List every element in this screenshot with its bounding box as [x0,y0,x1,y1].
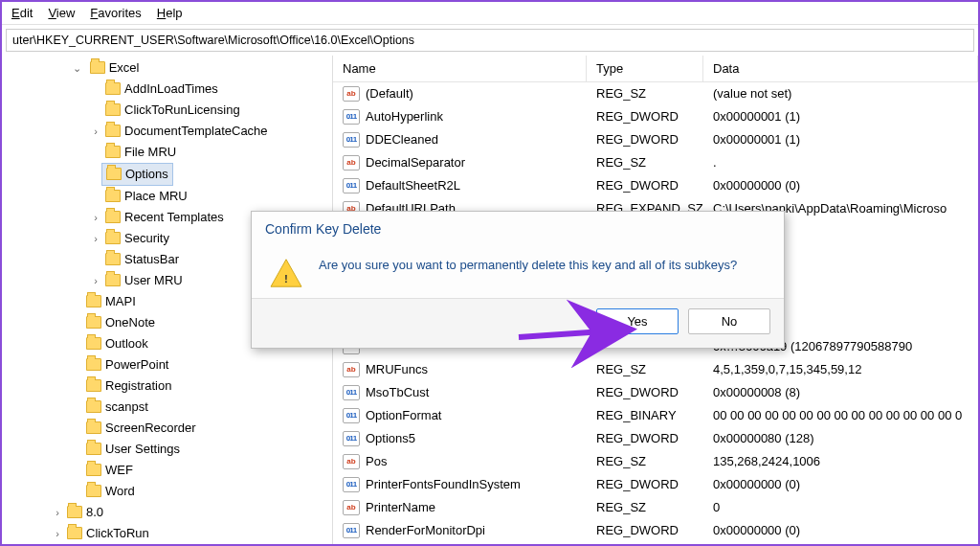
value-row[interactable]: 011OptionFormatREG_BINARY00 00 00 00 00 … [333,404,978,427]
folder-icon [105,146,121,158]
tree-item[interactable]: scanpst [71,397,332,418]
folder-icon [86,316,101,329]
tree-item[interactable]: ClickToRunLicensing [90,100,332,121]
folder-icon [86,485,101,497]
value-row[interactable]: abDecimalSeparatorREG_SZ. [333,151,978,174]
menu-view[interactable]: View [48,6,75,20]
header-name[interactable]: Name [333,56,587,81]
tree-item[interactable]: ClickToRun [52,523,332,544]
tree-item[interactable]: Place MRU [90,186,332,207]
binary-value-icon: 011 [343,408,360,423]
folder-icon [105,190,121,202]
value-row[interactable]: 011DDECleanedREG_DWORD0x00000001 (1) [333,128,978,151]
tree-item[interactable]: 8.0 [52,502,332,523]
value-row[interactable]: 011DefaultSheetR2LREG_DWORD0x00000000 (0… [333,174,978,197]
folder-icon [105,125,121,137]
tree-item[interactable]: Registration [71,375,332,397]
folder-icon [67,506,82,518]
menu-edit[interactable]: Edit [11,6,33,20]
string-value-icon: ab [343,500,360,515]
folder-icon [86,400,101,413]
chevron-down-icon[interactable] [71,57,82,79]
confirm-delete-dialog: Confirm Key Delete ! Are you sure you wa… [251,211,785,349]
folder-icon [86,337,101,350]
binary-value-icon: 011 [343,109,360,125]
folder-icon [105,82,121,95]
folder-icon [86,464,101,476]
folder-icon [67,527,82,539]
string-value-icon: ab [343,362,360,377]
chevron-icon[interactable] [90,270,101,291]
string-value-icon: ab [343,86,360,102]
chevron-icon[interactable] [90,121,101,142]
tree-item[interactable]: WEF [71,460,332,481]
folder-icon [86,379,101,392]
tree-item[interactable]: File MRU [90,142,332,163]
value-row[interactable]: 011AutoHyperlinkREG_DWORD0x00000001 (1) [333,105,978,128]
value-row[interactable]: 011Options5REG_DWORD0x00000080 (128) [333,427,978,450]
folder-icon [86,358,101,371]
binary-value-icon: 011 [343,178,360,193]
value-row[interactable]: abPosREG_SZ135,268,2424,1006 [333,450,978,473]
folder-icon [105,274,121,286]
value-row[interactable]: 011MsoTbCustREG_DWORD0x00000008 (8) [333,381,978,404]
folder-icon [86,421,101,434]
no-button[interactable]: No [688,308,770,334]
dialog-message: Are you sure you want to permanently del… [319,256,737,272]
tree-item[interactable]: DocumentTemplateCache [90,121,332,142]
svg-text:!: ! [284,273,288,284]
chevron-icon[interactable] [52,523,63,544]
folder-icon [106,168,122,180]
tree-item[interactable]: Options [90,163,332,186]
tree-item[interactable]: PowerPoint [71,354,332,375]
binary-value-icon: 011 [343,523,360,538]
value-row[interactable]: abMRUFuncsREG_SZ4,5,1,359,0,7,15,345,59,… [333,358,978,381]
value-row[interactable]: ab(Default)REG_SZ(value not set) [333,82,978,105]
binary-value-icon: 011 [343,431,360,446]
dialog-title: Confirm Key Delete [252,212,784,242]
binary-value-icon: 011 [343,385,360,400]
address-bar[interactable]: uter\HKEY_CURRENT_USER\Software\Microsof… [6,29,974,52]
chevron-icon[interactable] [90,207,101,228]
folder-icon [105,211,121,223]
menu-help[interactable]: Help [157,6,183,20]
folder-icon [86,295,101,307]
value-row[interactable]: 011PrinterFontsFoundInSystemREG_DWORD0x0… [333,473,978,496]
value-row[interactable]: 011RenderForMonitorDpiREG_DWORD0x0000000… [333,519,978,542]
tree-item[interactable]: AddInLoadTimes [90,79,332,100]
header-data[interactable]: Data [703,56,978,81]
value-row[interactable]: abPrinterNameREG_SZ0 [333,496,978,519]
tree-item[interactable]: ScreenRecorder [71,418,332,439]
column-headers: Name Type Data [333,56,978,82]
menu-favorites[interactable]: Favorites [90,6,141,20]
warning-icon: ! [269,258,303,288]
binary-value-icon: 011 [343,132,360,148]
folder-icon [105,103,121,116]
menu-bar: Edit View Favorites Help [2,2,978,25]
binary-value-icon: 011 [343,477,360,492]
string-value-icon: ab [343,155,360,171]
tree-item[interactable]: User Settings [71,439,332,460]
folder-icon [105,253,121,265]
tree-item[interactable]: Word [71,481,332,502]
folder-icon [90,61,105,74]
chevron-icon[interactable] [90,228,101,249]
header-type[interactable]: Type [587,56,703,81]
folder-icon [86,443,101,455]
string-value-icon: ab [343,454,360,469]
yes-button[interactable]: Yes [596,308,679,334]
folder-icon [105,232,121,244]
chevron-icon[interactable] [52,502,63,523]
